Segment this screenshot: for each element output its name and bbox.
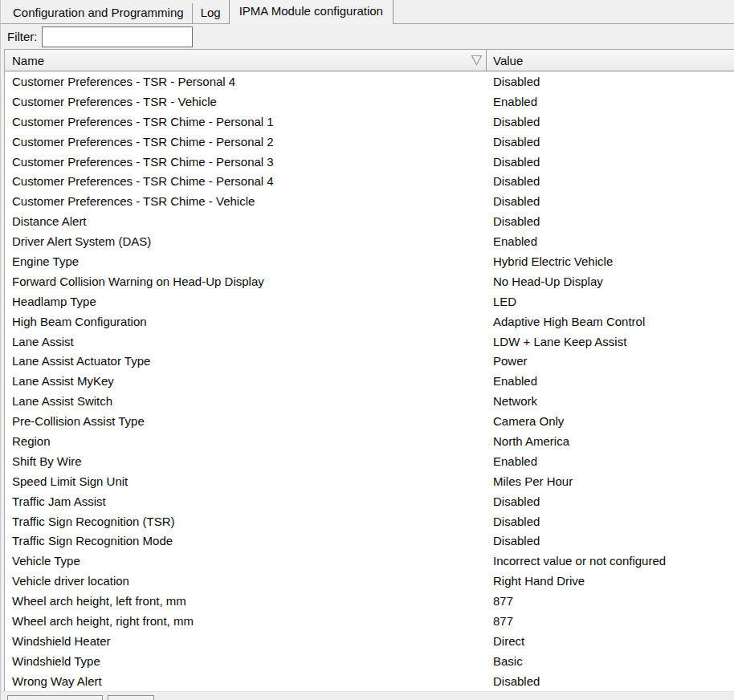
name-cell: Wheel arch height, right front, mm [5,614,487,628]
name-cell: Wheel arch height, left front, mm [5,594,487,608]
name-cell: Traffic Sign Recognition (TSR) [5,515,487,528]
table-row[interactable]: Wheel arch height, left front, mm 877 [5,591,734,611]
value-cell: 877 [487,594,734,608]
table-row[interactable]: Windshield Heater Direct [5,631,734,651]
column-header-name[interactable]: Name [5,50,487,71]
table-row[interactable]: Customer Preferences - TSR Chime - Perso… [5,112,734,132]
ipma-configuration-window: Configuration and Programming Log IPMA M… [0,0,734,700]
table-row[interactable]: Traffic Jam Assist Disabled [5,491,734,511]
table-row[interactable]: Customer Preferences - TSR Chime - Perso… [5,171,734,191]
name-cell: Traffic Jam Assist [5,494,487,508]
name-cell: Shift By Wire [5,454,487,468]
table-row[interactable]: Vehicle driver location Right Hand Drive [5,571,734,591]
name-cell: Lane Assist Switch [5,394,487,408]
value-cell: Network [487,394,734,408]
value-cell: Disabled [487,174,734,188]
table-row[interactable]: Windshield Type Basic [5,651,734,671]
name-cell: Customer Preferences - TSR - Vehicle [5,95,487,108]
value-cell: Incorrect value or not configured [487,554,734,568]
value-cell: Disabled [487,75,734,88]
name-cell: Wrong Way Alert [5,674,487,688]
value-cell: Enabled [487,95,734,108]
value-cell: Disabled [487,155,734,169]
name-cell: Headlamp Type [5,295,487,308]
value-cell: Disabled [487,214,734,228]
name-cell: Lane Assist Actuator Type [5,354,487,368]
name-cell: Traffic Sign Recognition Mode [5,534,487,547]
table-row[interactable]: Vehicle Type Incorrect value or not conf… [5,551,734,571]
tab-bar: Configuration and Programming Log IPMA M… [1,0,734,24]
bottom-button-stub[interactable] [108,695,154,700]
name-cell: Customer Preferences - TSR - Personal 4 [5,75,487,88]
value-cell: Disabled [487,515,734,528]
value-cell: Enabled [487,454,734,468]
table-row[interactable]: Lane Assist LDW + Lane Keep Assist [5,332,734,352]
table-row[interactable]: Lane Assist MyKey Enabled [5,371,734,391]
name-cell: Distance Alert [5,214,487,228]
tab-configuration-and-programming[interactable]: Configuration and Programming [5,3,193,23]
tab-log[interactable]: Log [193,3,229,23]
name-cell: Customer Preferences - TSR Chime - Vehic… [5,194,487,208]
bottom-strip [1,691,734,700]
table-row[interactable]: Pre-Collision Assist Type Camera Only [5,411,734,431]
filter-row: Filter: [1,24,734,49]
sort-descending-icon [471,55,483,68]
table-row[interactable]: Engine Type Hybrid Electric Vehicle [5,251,734,271]
name-cell: High Beam Configuration [5,315,487,328]
name-cell: Customer Preferences - TSR Chime - Perso… [5,115,487,128]
table-row[interactable]: Traffic Sign Recognition (TSR) Disabled [5,511,734,531]
table-row[interactable]: Lane Assist Actuator Type Power [5,351,734,371]
table-row[interactable]: Forward Collision Warning on Head-Up Dis… [5,271,734,291]
value-cell: North America [487,434,734,448]
name-cell: Vehicle Type [5,554,487,568]
table-row[interactable]: Customer Preferences - TSR - Vehicle Ena… [5,92,734,112]
value-cell: Right Hand Drive [487,574,734,588]
table-row[interactable]: Speed Limit Sign Unit Miles Per Hour [5,471,734,491]
value-cell: Disabled [487,135,734,149]
name-cell: Pre-Collision Assist Type [5,414,487,428]
bottom-button-stub[interactable] [7,695,103,700]
name-cell: Driver Alert System (DAS) [5,234,487,248]
table-row[interactable]: High Beam Configuration Adaptive High Be… [5,311,734,332]
name-cell: Engine Type [5,254,487,268]
value-cell: No Head-Up Display [487,275,734,288]
table-row[interactable]: Customer Preferences - TSR Chime - Perso… [5,152,734,172]
table-row[interactable]: Customer Preferences - TSR - Personal 4 … [5,71,734,92]
table-row[interactable]: Distance Alert Disabled [5,211,734,231]
value-cell: Disabled [487,534,734,547]
value-cell: Disabled [487,194,734,208]
table-row[interactable]: Region North America [5,431,734,451]
value-cell: LED [487,295,734,308]
table-row[interactable]: Headlamp Type LED [5,291,734,311]
name-cell: Lane Assist [5,335,487,348]
grid-body: Customer Preferences - TSR - Personal 4 … [5,71,734,691]
value-cell: Disabled [487,115,734,128]
value-cell: Disabled [487,674,734,688]
table-row[interactable]: Shift By Wire Enabled [5,451,734,471]
table-row[interactable]: Traffic Sign Recognition Mode Disabled [5,531,734,551]
name-cell: Forward Collision Warning on Head-Up Dis… [5,275,487,288]
name-cell: Windshield Heater [5,634,487,648]
table-row[interactable]: Wrong Way Alert Disabled [5,671,734,691]
name-cell: Customer Preferences - TSR Chime - Perso… [5,155,487,169]
filter-input[interactable] [42,26,193,47]
value-cell: Enabled [487,234,734,248]
column-header-value-label: Value [493,54,523,67]
column-header-value[interactable]: Value [487,50,734,71]
value-cell: Hybrid Electric Vehicle [487,254,734,268]
tab-ipma-module-configuration[interactable]: IPMA Module configuration [229,0,394,24]
name-cell: Windshield Type [5,654,487,668]
table-row[interactable]: Customer Preferences - TSR Chime - Vehic… [5,191,734,211]
name-cell: Customer Preferences - TSR Chime - Perso… [5,174,487,188]
value-cell: Basic [487,654,734,668]
filter-label: Filter: [7,30,38,43]
value-cell: LDW + Lane Keep Assist [487,335,734,348]
table-row[interactable]: Customer Preferences - TSR Chime - Perso… [5,132,734,152]
name-cell: Region [5,434,487,448]
name-cell: Lane Assist MyKey [5,374,487,388]
table-row[interactable]: Driver Alert System (DAS) Enabled [5,231,734,251]
table-header: Name Value [5,49,734,71]
table-row[interactable]: Lane Assist Switch Network [5,391,734,411]
table-row[interactable]: Wheel arch height, right front, mm 877 [5,611,734,631]
value-cell: Enabled [487,374,734,388]
